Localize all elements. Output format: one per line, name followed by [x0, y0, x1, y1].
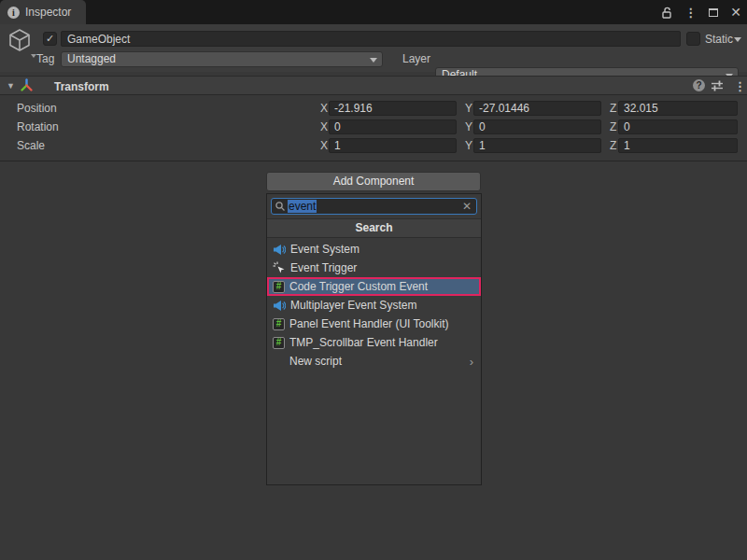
gameobject-cube-icon[interactable] — [7, 27, 33, 53]
help-icon[interactable]: ? — [693, 79, 705, 91]
axis-x-label: X — [320, 99, 328, 118]
axis-y-label: Y — [465, 118, 472, 136]
search-results-header: Search — [267, 218, 481, 238]
add-component-button[interactable]: Add Component — [266, 172, 481, 191]
list-item-tmp-scrollbar-event-handler[interactable]: # TMP_Scrollbar Event Handler — [267, 333, 481, 352]
close-icon[interactable]: ✕ — [730, 6, 741, 19]
position-label: Position — [17, 99, 57, 118]
position-z-field[interactable]: 32.015 — [618, 101, 738, 116]
list-item-new-script[interactable]: New script › — [267, 352, 481, 371]
axis-z-label: Z — [610, 99, 616, 118]
search-icon — [275, 201, 286, 212]
component-search-input[interactable]: event ✕ — [271, 198, 477, 215]
search-text-selected: event — [288, 200, 317, 213]
maximize-icon[interactable] — [709, 8, 718, 17]
position-y-field[interactable]: -27.01446 — [473, 101, 601, 116]
axis-x-label: X — [320, 136, 328, 155]
gameobject-name-input[interactable] — [61, 31, 681, 47]
list-item-code-trigger-custom-event[interactable]: # Code Trigger Custom Event — [267, 277, 481, 296]
chevron-down-icon — [370, 58, 377, 63]
csharp-script-icon: # — [273, 318, 285, 330]
scale-y-field[interactable]: 1 — [473, 138, 601, 153]
rotation-y-field[interactable]: 0 — [473, 119, 601, 134]
static-checkbox[interactable] — [686, 32, 700, 46]
active-checkbox[interactable]: ✓ — [43, 32, 57, 46]
axis-z-label: Z — [610, 136, 616, 155]
scale-z-field[interactable]: 1 — [618, 138, 738, 153]
tab-inspector[interactable]: i Inspector — [0, 0, 86, 24]
tag-label: Tag — [36, 52, 54, 65]
static-label: Static — [705, 33, 733, 46]
transform-icon — [20, 78, 34, 92]
static-flags-chevron-icon[interactable] — [734, 37, 741, 42]
submenu-chevron-icon: › — [470, 356, 473, 368]
clear-search-icon[interactable]: ✕ — [462, 201, 472, 212]
csharp-script-icon: # — [273, 337, 285, 349]
layer-label: Layer — [402, 52, 430, 65]
tab-title: Inspector — [25, 6, 71, 19]
tag-dropdown[interactable]: Untagged — [61, 51, 383, 67]
kebab-menu-icon[interactable]: ⋮ — [684, 7, 697, 19]
axis-z-label: Z — [610, 118, 616, 136]
axis-x-label: X — [320, 118, 328, 136]
titlebar: i Inspector ⋮ ✕ — [0, 0, 747, 24]
csharp-script-icon: # — [273, 281, 285, 293]
transform-header[interactable] — [0, 76, 747, 95]
axis-y-label: Y — [465, 136, 472, 155]
transform-title: Transform — [54, 80, 109, 93]
event-system-icon — [273, 300, 286, 312]
event-trigger-icon — [273, 261, 286, 274]
list-item-panel-event-handler[interactable]: # Panel Event Handler (UI Toolkit) — [267, 315, 481, 333]
scale-label: Scale — [17, 136, 45, 155]
presets-icon[interactable] — [711, 80, 724, 91]
kebab-menu-icon[interactable]: ⋮ — [734, 80, 746, 92]
add-component-popup: event ✕ Search Event System Event Trigg — [266, 193, 482, 485]
tag-value: Untagged — [67, 52, 116, 65]
unlock-icon[interactable] — [661, 7, 672, 19]
foldout-arrow-icon[interactable]: ▼ — [7, 81, 15, 91]
event-system-icon — [273, 244, 286, 256]
info-icon: i — [7, 7, 20, 19]
list-item-event-trigger[interactable]: Event Trigger — [267, 259, 481, 277]
divider — [0, 161, 747, 161]
list-item-multiplayer-event-system[interactable]: Multiplayer Event System — [267, 296, 481, 315]
rotation-label: Rotation — [17, 118, 59, 136]
scale-x-field[interactable]: 1 — [329, 138, 457, 153]
axis-y-label: Y — [465, 99, 472, 118]
rotation-x-field[interactable]: 0 — [329, 119, 457, 134]
list-item-event-system[interactable]: Event System — [267, 240, 481, 259]
position-x-field[interactable]: -21.916 — [329, 101, 457, 116]
rotation-z-field[interactable]: 0 — [618, 119, 738, 134]
